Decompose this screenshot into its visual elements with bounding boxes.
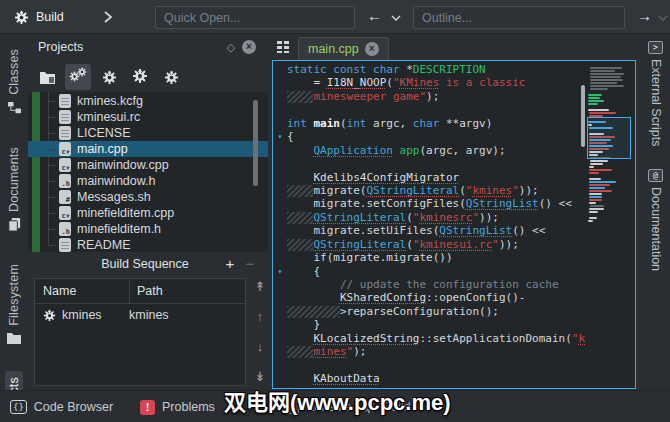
project-file-tree[interactable]: kmines.kcfgkminesui.rcLICENSEc+main.cppc… <box>28 92 268 252</box>
minimap-line <box>589 187 606 189</box>
sidebar-tab-filesystem[interactable]: Filesystem <box>4 258 24 351</box>
column-header-path[interactable]: Path <box>137 279 163 303</box>
tree-item-main-cpp[interactable]: c+main.cpp <box>28 141 268 157</box>
move-top-icon[interactable]: ↟ <box>255 280 266 294</box>
projects-panel-header: Projects ◇ × <box>28 34 268 60</box>
gutter <box>273 278 287 291</box>
code-line[interactable]: migrate(QStringLiteral("kmines")); <box>273 184 635 197</box>
code-line-text: { <box>287 130 294 143</box>
editor-minimap[interactable] <box>587 63 633 383</box>
watermark-text: 双电网(www.pcpc.me) <box>224 384 451 416</box>
column-header-name[interactable]: Name <box>43 279 76 303</box>
add-to-build-sequence-button[interactable]: + <box>220 254 240 274</box>
move-up-icon[interactable]: ↑ <box>257 310 264 324</box>
back-icon[interactable]: ← <box>367 7 382 24</box>
outline-input[interactable] <box>413 6 625 29</box>
close-tab-icon[interactable]: × <box>365 42 379 56</box>
tree-item-kmines-kcfg[interactable]: kmines.kcfg <box>28 93 268 109</box>
minimap-line <box>589 202 596 204</box>
code-line[interactable]: } <box>273 318 635 331</box>
gutter <box>273 332 287 345</box>
tree-item-label: minefielditem.h <box>77 222 161 236</box>
close-icon[interactable]: × <box>240 38 258 56</box>
build-tool-button[interactable]: Build <box>8 5 70 29</box>
tree-item-kminesui-rc[interactable]: kminesui.rc <box>28 109 268 125</box>
forward-icon[interactable]: → <box>637 7 652 24</box>
sidebar-tab-classes[interactable]: Classes <box>5 43 24 121</box>
code-line[interactable]: >reparseConfiguration(); <box>273 305 635 318</box>
fold-arrow-icon[interactable]: ▾ <box>273 130 287 143</box>
code-line[interactable]: ▾ { <box>273 265 635 278</box>
build-gears-button[interactable] <box>65 64 91 90</box>
code-editor-viewport[interactable]: static const char *DESCRIPTION = I18N_NO… <box>272 60 636 389</box>
move-bottom-icon[interactable]: ↡ <box>255 370 266 384</box>
status-item-code-browser[interactable]: {}Code Browser <box>10 391 113 422</box>
code-line[interactable]: QStringLiteral("kminesui.rc")); <box>273 238 635 251</box>
code-line[interactable]: migrate.setConfigFiles(QStringList() << <box>273 197 635 210</box>
chevron-down-icon[interactable] <box>390 13 402 23</box>
code-line[interactable]: mines"); <box>273 345 635 358</box>
minimap-line <box>590 163 603 165</box>
code-token: ); <box>353 345 366 358</box>
chevron-right-icon[interactable] <box>101 9 115 25</box>
build-gear-button[interactable] <box>96 64 122 90</box>
fold-arrow-icon[interactable]: ▾ <box>273 265 287 278</box>
file-icon-text <box>59 94 71 108</box>
code-line[interactable] <box>273 359 635 372</box>
code-token: KMines <box>400 76 440 89</box>
build-tool-label: Build <box>36 10 64 24</box>
locate-document-button[interactable] <box>34 64 60 90</box>
code-token: ( <box>386 76 393 89</box>
code-line[interactable] <box>273 157 635 170</box>
tree-item-minefielditem-h[interactable]: .hminefielditem.h <box>28 221 268 237</box>
tree-branch-tick <box>48 197 56 198</box>
code-line-text: QStringLiteral("kminesrc")); <box>287 211 499 224</box>
code-token: kminesui.rc <box>419 238 492 251</box>
build-sequence-row[interactable]: kmineskmines <box>35 304 245 326</box>
tree-item-minefielditem-cpp[interactable]: c+minefielditem.cpp <box>28 205 268 221</box>
code-token: QApplication <box>314 144 393 157</box>
sidebar-tab-documents[interactable]: Documents <box>5 141 24 238</box>
code-line[interactable]: KSharedConfig::openConfig()- <box>273 291 635 304</box>
sidebar-tab-label: Classes <box>7 49 21 95</box>
document-switcher-icon[interactable] <box>273 37 293 57</box>
code-token: (argc, argv); <box>419 144 505 157</box>
code-line[interactable]: QStringLiteral("kminesrc")); <box>273 211 635 224</box>
code-line[interactable]: if(migrate.migrate()) <box>273 251 635 264</box>
code-token <box>393 144 400 157</box>
execute-gear-button[interactable] <box>158 64 184 90</box>
quick-open-input[interactable] <box>155 6 355 29</box>
code-line[interactable]: KLocalizedString::setApplicationDomain("… <box>273 332 635 345</box>
right-tab-external-scripts[interactable]: >External Scripts <box>648 41 663 147</box>
minimap-line <box>588 94 602 96</box>
move-down-icon[interactable]: ↓ <box>257 340 264 354</box>
float-icon[interactable]: ◇ <box>222 38 240 56</box>
tree-item-mainwindow-cpp[interactable]: c+mainwindow.cpp <box>28 157 268 173</box>
file-icon-cpp: c+ <box>59 206 71 220</box>
remove-from-build-sequence-button[interactable]: − <box>240 254 260 274</box>
close-circle: × <box>242 40 256 54</box>
code-token: )); <box>479 211 499 224</box>
tree-scrollbar-thumb[interactable] <box>253 100 258 186</box>
code-line[interactable]: // update the configuration cache <box>273 278 635 291</box>
code-line[interactable]: static const char *DESCRIPTION <box>273 63 635 76</box>
install-gear-button[interactable]: ↓ <box>127 64 153 90</box>
minimap-view-rectangle[interactable] <box>587 117 631 159</box>
tree-item-mainwindow-h[interactable]: .hmainwindow.h <box>28 173 268 189</box>
code-token: k <box>578 332 585 345</box>
code-token: ( <box>459 184 466 197</box>
code-token <box>287 144 314 157</box>
status-item-problems[interactable]: !Problems <box>140 391 215 422</box>
right-tab-label: External Scripts <box>649 59 663 147</box>
gear-icon <box>14 10 29 25</box>
tab-main-cpp[interactable]: main.cpp × <box>298 37 389 60</box>
code-line[interactable]: Kdelibs4ConfigMigrator <box>273 171 635 184</box>
editor-scrollbar-thumb[interactable] <box>581 85 585 147</box>
status-item-label: Code Browser <box>34 400 113 414</box>
code-line-text: } <box>287 318 320 331</box>
tree-item-readme[interactable]: README <box>28 237 268 252</box>
code-line[interactable]: migrate.setUiFiles(QStringList() << <box>273 224 635 237</box>
tree-item-license[interactable]: LICENSE <box>28 125 268 141</box>
tree-item-messages-sh[interactable]: #Messages.sh <box>28 189 268 205</box>
right-tab-documentation[interactable]: @Documentation <box>648 169 663 271</box>
